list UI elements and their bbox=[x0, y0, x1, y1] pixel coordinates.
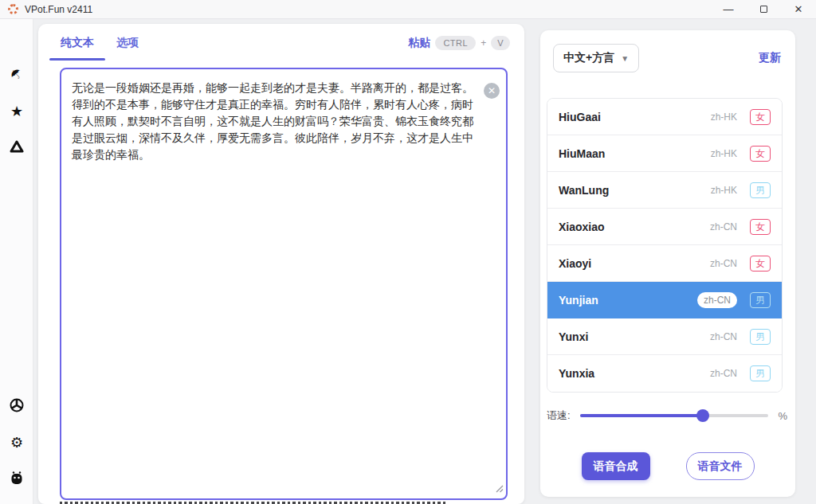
voice-row[interactable]: Xiaoyi zh-CN 女 bbox=[547, 245, 782, 282]
workspace: ☂ ★ ⚙ 纯文本 bbox=[0, 19, 816, 504]
voice-file-button[interactable]: 语音文件 bbox=[686, 452, 755, 480]
voice-gender-badge: 女 bbox=[750, 219, 771, 235]
voice-gender-badge: 男 bbox=[750, 182, 771, 198]
star-icon[interactable]: ★ bbox=[0, 104, 33, 119]
speed-slider-fill bbox=[580, 414, 703, 417]
voice-name: WanLung bbox=[559, 184, 711, 197]
mountain-icon[interactable] bbox=[0, 140, 33, 153]
resize-handle-icon[interactable] bbox=[496, 482, 504, 496]
voice-name: HiuGaai bbox=[559, 111, 711, 123]
editor-panel: 纯文本 选项 粘贴 CTRL + V 无论是一段婚姻还是再婚，能够一起走到老的才… bbox=[38, 24, 524, 504]
app-window: VPot.Fun v2411 — ✕ ☂ ★ ⚙ bbox=[0, 0, 816, 504]
maximize-icon bbox=[760, 6, 767, 13]
minimize-button[interactable]: — bbox=[711, 0, 746, 19]
voice-gender-badge: 男 bbox=[750, 292, 771, 308]
voice-lang-badge: zh-CN bbox=[710, 258, 737, 269]
clear-text-icon[interactable]: ✕ bbox=[484, 83, 500, 99]
voice-row[interactable]: WanLung zh-HK 男 bbox=[547, 172, 782, 209]
text-input[interactable]: 无论是一段婚姻还是再婚，能够一起走到老的才是夫妻。半路离开的，都是过客。得到的不… bbox=[60, 68, 508, 500]
voice-row[interactable]: Yunjian zh-CN 男 bbox=[547, 282, 782, 318]
voice-row[interactable]: Yunxia zh-CN 男 bbox=[547, 355, 782, 392]
voice-row[interactable]: Yunxi zh-CN 男 bbox=[547, 318, 782, 355]
voice-lang-badge: zh-CN bbox=[710, 368, 737, 379]
voice-gender-badge: 男 bbox=[750, 329, 771, 345]
app-logo-icon bbox=[8, 4, 18, 14]
robot-icon[interactable] bbox=[0, 471, 33, 485]
voice-name: Yunxia bbox=[559, 367, 710, 380]
voice-gender-badge: 男 bbox=[750, 365, 771, 381]
chevron-down-icon: ▼ bbox=[621, 54, 629, 63]
window-controls: — ✕ bbox=[711, 0, 816, 19]
voice-lang-badge: zh-HK bbox=[711, 185, 737, 196]
voice-list: HiuGaai zh-HK 女 HiuMaan zh-HK 女 WanLung … bbox=[547, 98, 783, 393]
voice-lang-badge: zh-CN bbox=[710, 221, 737, 232]
voice-gender-badge: 女 bbox=[750, 109, 771, 125]
language-select[interactable]: 中文+方言 ▼ bbox=[553, 44, 639, 72]
voice-name: Xiaoyi bbox=[559, 257, 710, 270]
editor-tabbar: 纯文本 选项 粘贴 CTRL + V bbox=[38, 24, 524, 62]
voice-panel: 中文+方言 ▼ 更新 HiuGaai zh-HK 女 HiuMaan zh-HK… bbox=[540, 30, 795, 497]
gear-icon[interactable]: ⚙ bbox=[0, 436, 33, 450]
voice-row[interactable]: HiuMaan zh-HK 女 bbox=[547, 135, 782, 172]
update-link[interactable]: 更新 bbox=[759, 51, 781, 65]
shutter-icon[interactable] bbox=[0, 398, 33, 412]
tab-plain-text[interactable]: 纯文本 bbox=[49, 24, 105, 62]
plus-sign: + bbox=[481, 37, 486, 49]
voice-name: Yunjian bbox=[559, 294, 697, 307]
action-buttons: 语音合成 语音文件 bbox=[540, 452, 795, 480]
voice-lang-badge: zh-HK bbox=[711, 111, 737, 123]
voice-lang-badge: zh-CN bbox=[697, 292, 737, 308]
voice-name: Xiaoxiao bbox=[559, 221, 710, 233]
text-editor-wrap: 无论是一段婚姻还是再婚，能够一起走到老的才是夫妻。半路离开的，都是过客。得到的不… bbox=[60, 68, 508, 500]
umbrella-icon[interactable]: ☂ bbox=[0, 67, 33, 81]
window-title: VPot.Fun v2411 bbox=[25, 4, 92, 15]
voice-gender-badge: 女 bbox=[750, 146, 771, 162]
voice-row[interactable]: HiuGaai zh-HK 女 bbox=[547, 99, 782, 135]
voice-name: HiuMaan bbox=[559, 147, 711, 160]
title-bar: VPot.Fun v2411 — ✕ bbox=[0, 0, 816, 19]
voice-lang-badge: zh-HK bbox=[711, 148, 737, 159]
v-key-badge: V bbox=[491, 36, 510, 50]
speed-slider-thumb[interactable] bbox=[696, 409, 709, 422]
maximize-button[interactable] bbox=[746, 0, 781, 19]
synthesize-button[interactable]: 语音合成 bbox=[582, 452, 650, 480]
voice-name: Yunxi bbox=[559, 330, 710, 343]
ctrl-key-badge: CTRL bbox=[435, 36, 476, 50]
voice-row[interactable]: Xiaoxiao zh-CN 女 bbox=[547, 209, 782, 245]
close-button[interactable]: ✕ bbox=[781, 0, 816, 19]
voice-lang-badge: zh-CN bbox=[710, 331, 737, 342]
speed-label: 语速: bbox=[547, 408, 571, 423]
speed-slider[interactable] bbox=[580, 409, 769, 422]
language-select-value: 中文+方言 bbox=[563, 51, 614, 65]
voice-gender-badge: 女 bbox=[750, 256, 771, 272]
speed-unit: % bbox=[778, 410, 787, 422]
speed-control: 语速: % bbox=[547, 404, 787, 427]
left-icon-rail: ☂ ★ ⚙ bbox=[0, 19, 33, 504]
paste-button[interactable]: 粘贴 bbox=[408, 36, 430, 50]
paste-hint: 粘贴 CTRL + V bbox=[408, 36, 510, 50]
tab-options[interactable]: 选项 bbox=[105, 24, 150, 62]
